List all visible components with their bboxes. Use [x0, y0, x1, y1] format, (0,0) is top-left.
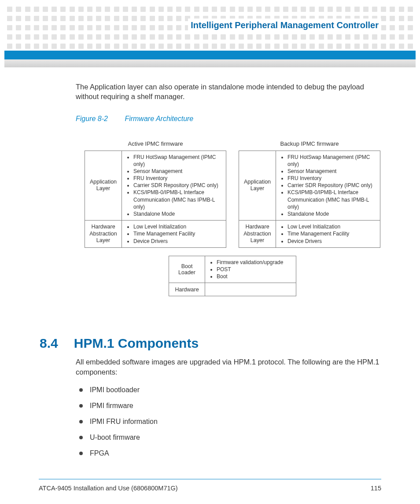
boot-loader-items: Firmware validation/upgradePOSTBoot — [205, 256, 296, 283]
backup-app-layer-items: FRU HotSwap Management (IPMC only)Sensor… — [276, 151, 380, 221]
section-title: HPM.1 Components — [74, 336, 199, 351]
figure-title: Firmware Architecture — [125, 115, 193, 122]
list-item: FRU HotSwap Management (IPMC only) — [133, 154, 222, 168]
backup-hal-label: Hardware Abstraction Layer — [239, 221, 276, 248]
list-item-label: IPMI bootloader — [90, 386, 140, 394]
active-firmware-title: Active IPMC firmware — [85, 140, 226, 147]
firmware-architecture-diagram: Active IPMC firmware Application Layer F… — [85, 140, 380, 297]
list-item: Low Level Initialization — [287, 223, 376, 230]
section-paragraph: All embedded software images are upgrade… — [76, 357, 380, 377]
boot-loader-label: Boot Loader — [169, 256, 205, 283]
list-item: FRU HotSwap Management (IPMC only) — [287, 154, 376, 168]
list-item: FRU Inventory — [133, 175, 222, 182]
list-item: Standalone Mode — [287, 210, 376, 217]
list-item: Time Management Facility — [133, 230, 222, 237]
active-hal-items: Low Level InitializationTime Management … — [122, 221, 226, 248]
active-app-layer-items: FRU HotSwap Management (IPMC only)Sensor… — [122, 151, 226, 221]
header-gray-bar — [4, 59, 416, 67]
header-blue-bar — [4, 51, 416, 59]
footer-doc-title: ATCA-9405 Installation and Use (6806800M… — [39, 485, 178, 492]
list-item: Device Drivers — [287, 238, 376, 245]
list-item: Sensor Management — [133, 168, 222, 175]
footer-rule — [39, 479, 381, 479]
backup-firmware-title: Backup IPMC firmware — [239, 140, 380, 147]
intro-paragraph: The Application layer can also operate i… — [76, 82, 380, 102]
list-item: POST — [217, 266, 292, 273]
list-item: Carrier SDR Repository (IPMC only) — [133, 182, 222, 189]
list-item: FPGA — [76, 445, 380, 461]
page-footer: ATCA-9405 Installation and Use (6806800M… — [39, 485, 381, 492]
list-item: U-boot firmware — [76, 430, 380, 445]
bullet-icon — [79, 420, 83, 423]
backup-app-layer-label: Application Layer — [239, 151, 276, 221]
list-item: KCS/IPMB-0/IPMB-L Interface Communicatio… — [287, 189, 376, 210]
section-number: 8.4 — [40, 336, 58, 351]
backup-hal-items: Low Level InitializationTime Management … — [276, 221, 380, 248]
figure-number: Figure 8-2 — [76, 115, 108, 122]
hardware-label: Hardware — [169, 283, 205, 296]
list-item-label: FPGA — [90, 449, 109, 457]
list-item: Firmware validation/upgrade — [217, 259, 292, 266]
list-item-label: IPMI firmware — [90, 402, 133, 410]
page-content: The Application layer can also operate i… — [76, 82, 380, 461]
hpm-components-list: IPMI bootloader IPMI firmware IPMI FRU i… — [76, 382, 380, 461]
list-item: Device Drivers — [133, 238, 222, 245]
list-item: IPMI bootloader — [76, 382, 380, 398]
active-app-layer-label: Application Layer — [85, 151, 122, 221]
list-item: FRU Inventory — [287, 175, 376, 182]
list-item: Boot — [217, 273, 292, 280]
section-heading: 8.4 HPM.1 Components — [40, 336, 380, 351]
bullet-icon — [79, 388, 83, 392]
bullet-icon — [79, 452, 83, 455]
list-item: IPMI firmware — [76, 398, 380, 414]
list-item: Standalone Mode — [133, 210, 222, 217]
active-hal-label: Hardware Abstraction Layer — [85, 221, 122, 248]
footer-page-number: 115 — [371, 485, 381, 492]
boot-loader-block: Boot Loader Firmware validation/upgradeP… — [169, 256, 296, 297]
list-item: IPMI FRU information — [76, 414, 380, 430]
active-firmware-block: Active IPMC firmware Application Layer F… — [85, 140, 226, 248]
running-header-title: Intelligent Peripheral Management Contro… — [188, 18, 381, 32]
figure-caption: Figure 8-2 Firmware Architecture — [76, 115, 380, 123]
list-item: Carrier SDR Repository (IPMC only) — [287, 182, 376, 189]
bullet-icon — [79, 404, 83, 408]
bullet-icon — [79, 436, 83, 439]
list-item-label: IPMI FRU information — [90, 418, 158, 426]
hardware-cell — [205, 283, 296, 296]
list-item: Low Level Initialization — [133, 223, 222, 230]
list-item: Time Management Facility — [287, 230, 376, 237]
list-item: KCS/IPMB-0/IPMB-L Interface Communicatio… — [133, 189, 222, 210]
list-item: Sensor Management — [287, 168, 376, 175]
list-item-label: U-boot firmware — [90, 434, 140, 441]
backup-firmware-block: Backup IPMC firmware Application Layer F… — [239, 140, 380, 248]
